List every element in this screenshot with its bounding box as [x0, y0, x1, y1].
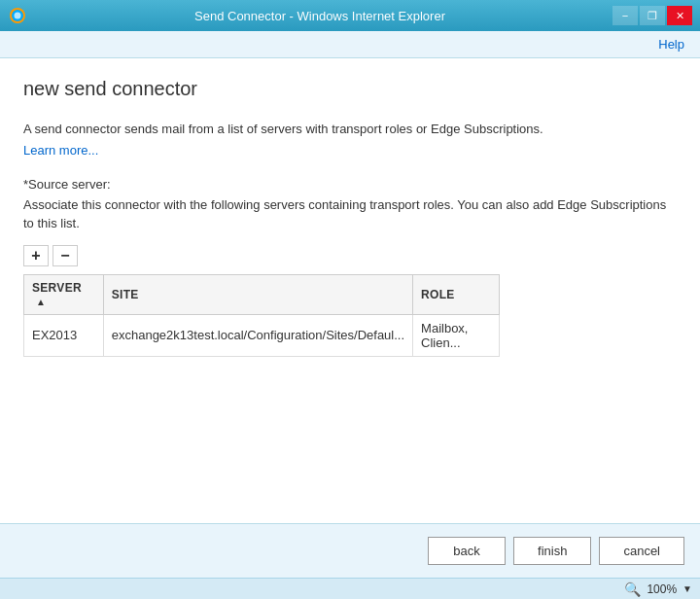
status-bar: 🔍 100% ▼: [0, 578, 700, 599]
window-title: Send Connector - Windows Internet Explor…: [27, 9, 612, 23]
back-button[interactable]: back: [428, 537, 506, 565]
zoom-icon: 🔍: [624, 581, 641, 597]
table-row[interactable]: EX2013 exchange2k13test.local/Configurat…: [24, 314, 500, 356]
remove-button[interactable]: −: [52, 245, 78, 266]
role-cell: Mailbox, Clien...: [413, 314, 500, 356]
bottom-bar: back finish cancel: [0, 523, 700, 578]
restore-button[interactable]: ❐: [640, 6, 665, 25]
add-button[interactable]: +: [23, 245, 49, 266]
table-toolbar: + −: [23, 245, 677, 266]
svg-point-2: [15, 13, 21, 19]
sort-icon: ▲: [36, 297, 46, 307]
zoom-percent: 100%: [647, 582, 677, 596]
cancel-button[interactable]: cancel: [599, 537, 684, 565]
content-area: new send connector A send connector send…: [0, 58, 700, 523]
source-server-label: *Source server:: [23, 177, 677, 192]
description-text: A send connector sends mail from a list …: [23, 120, 677, 139]
source-description: Associate this connector with the follow…: [23, 195, 677, 233]
help-link[interactable]: Help: [658, 37, 684, 52]
app-icon: [8, 6, 27, 25]
server-cell: EX2013: [24, 314, 104, 356]
close-button[interactable]: ✕: [667, 6, 692, 25]
learn-more-link[interactable]: Learn more...: [23, 143, 98, 158]
column-header-server: SERVER ▲: [24, 274, 104, 314]
main-window: Help new send connector A send connector…: [0, 31, 700, 599]
window-controls: − ❐ ✕: [612, 6, 692, 25]
title-bar: Send Connector - Windows Internet Explor…: [0, 0, 700, 31]
page-title: new send connector: [23, 78, 677, 100]
minimize-button[interactable]: −: [612, 6, 638, 25]
top-bar: Help: [0, 31, 700, 58]
zoom-dropdown-icon[interactable]: ▼: [682, 583, 692, 594]
column-header-role: ROLE: [413, 274, 500, 314]
action-buttons: back finish cancel: [428, 537, 684, 565]
finish-button[interactable]: finish: [513, 537, 591, 565]
servers-table: SERVER ▲ SITE ROLE EX2013 exchange2k13te…: [23, 274, 500, 357]
column-header-site: SITE: [103, 274, 412, 314]
site-cell: exchange2k13test.local/Configuration/Sit…: [103, 314, 412, 356]
